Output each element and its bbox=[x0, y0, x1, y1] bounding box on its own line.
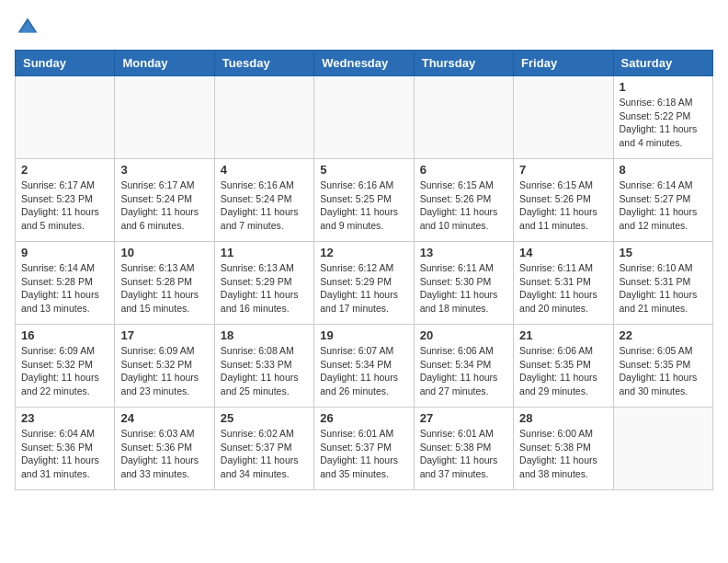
day-cell bbox=[613, 408, 712, 490]
day-number: 9 bbox=[21, 246, 108, 259]
day-info: Sunrise: 6:09 AM Sunset: 5:32 PM Dayligh… bbox=[120, 344, 208, 398]
day-info: Sunrise: 6:06 AM Sunset: 5:34 PM Dayligh… bbox=[420, 344, 507, 398]
day-number: 14 bbox=[519, 246, 607, 259]
day-info: Sunrise: 6:11 AM Sunset: 5:30 PM Dayligh… bbox=[420, 261, 507, 316]
day-info: Sunrise: 6:09 AM Sunset: 5:32 PM Dayligh… bbox=[21, 344, 108, 398]
day-info: Sunrise: 6:13 AM Sunset: 5:28 PM Dayligh… bbox=[120, 261, 208, 316]
day-info: Sunrise: 6:03 AM Sunset: 5:36 PM Dayligh… bbox=[120, 427, 208, 481]
day-header-monday: Monday bbox=[115, 51, 214, 76]
day-number: 18 bbox=[221, 328, 308, 342]
day-info: Sunrise: 6:04 AM Sunset: 5:36 PM Dayligh… bbox=[21, 427, 108, 481]
day-info: Sunrise: 6:02 AM Sunset: 5:37 PM Dayligh… bbox=[221, 427, 308, 481]
day-number: 15 bbox=[620, 246, 707, 259]
day-info: Sunrise: 6:10 AM Sunset: 5:31 PM Dayligh… bbox=[620, 261, 707, 316]
day-cell: 27Sunrise: 6:01 AM Sunset: 5:38 PM Dayli… bbox=[414, 408, 513, 490]
day-info: Sunrise: 6:16 AM Sunset: 5:24 PM Dayligh… bbox=[221, 178, 308, 233]
day-cell bbox=[414, 76, 513, 159]
page-header bbox=[15, 15, 713, 40]
day-info: Sunrise: 6:17 AM Sunset: 5:24 PM Dayligh… bbox=[120, 178, 208, 233]
day-cell: 24Sunrise: 6:03 AM Sunset: 5:36 PM Dayli… bbox=[115, 408, 214, 490]
day-cell: 18Sunrise: 6:08 AM Sunset: 5:33 PM Dayli… bbox=[214, 325, 313, 408]
day-cell: 12Sunrise: 6:12 AM Sunset: 5:29 PM Dayli… bbox=[314, 242, 414, 325]
days-header-row: SundayMondayTuesdayWednesdayThursdayFrid… bbox=[16, 51, 713, 76]
day-info: Sunrise: 6:12 AM Sunset: 5:29 PM Dayligh… bbox=[320, 261, 407, 316]
day-cell: 2Sunrise: 6:17 AM Sunset: 5:23 PM Daylig… bbox=[16, 159, 115, 242]
logo-icon bbox=[15, 15, 40, 40]
day-info: Sunrise: 6:18 AM Sunset: 5:22 PM Dayligh… bbox=[620, 96, 707, 150]
day-info: Sunrise: 6:00 AM Sunset: 5:38 PM Dayligh… bbox=[519, 427, 607, 481]
day-info: Sunrise: 6:15 AM Sunset: 5:26 PM Dayligh… bbox=[519, 178, 607, 233]
day-cell: 23Sunrise: 6:04 AM Sunset: 5:36 PM Dayli… bbox=[16, 408, 115, 490]
day-header-saturday: Saturday bbox=[613, 51, 712, 76]
day-number: 2 bbox=[21, 163, 108, 177]
day-number: 13 bbox=[420, 246, 507, 259]
day-info: Sunrise: 6:14 AM Sunset: 5:27 PM Dayligh… bbox=[620, 178, 707, 233]
week-row-1: 1Sunrise: 6:18 AM Sunset: 5:22 PM Daylig… bbox=[16, 76, 713, 159]
day-number: 22 bbox=[620, 328, 707, 342]
day-number: 10 bbox=[120, 246, 208, 259]
day-cell bbox=[16, 76, 115, 159]
day-number: 4 bbox=[221, 163, 308, 177]
day-info: Sunrise: 6:11 AM Sunset: 5:31 PM Dayligh… bbox=[519, 261, 607, 316]
day-info: Sunrise: 6:17 AM Sunset: 5:23 PM Dayligh… bbox=[21, 178, 108, 233]
day-number: 23 bbox=[21, 411, 108, 425]
day-cell: 10Sunrise: 6:13 AM Sunset: 5:28 PM Dayli… bbox=[115, 242, 214, 325]
day-number: 26 bbox=[320, 411, 407, 425]
day-number: 16 bbox=[21, 328, 108, 342]
day-header-thursday: Thursday bbox=[414, 51, 513, 76]
week-row-5: 23Sunrise: 6:04 AM Sunset: 5:36 PM Dayli… bbox=[16, 408, 713, 490]
day-cell bbox=[514, 76, 613, 159]
day-number: 25 bbox=[221, 411, 308, 425]
day-number: 1 bbox=[620, 80, 707, 94]
day-info: Sunrise: 6:13 AM Sunset: 5:29 PM Dayligh… bbox=[221, 261, 308, 316]
day-number: 8 bbox=[620, 163, 707, 177]
week-row-4: 16Sunrise: 6:09 AM Sunset: 5:32 PM Dayli… bbox=[16, 325, 713, 408]
day-header-wednesday: Wednesday bbox=[314, 51, 414, 76]
day-number: 12 bbox=[320, 246, 407, 259]
day-number: 27 bbox=[420, 411, 507, 425]
day-number: 21 bbox=[519, 328, 607, 342]
logo bbox=[15, 15, 44, 40]
day-cell: 11Sunrise: 6:13 AM Sunset: 5:29 PM Dayli… bbox=[214, 242, 313, 325]
day-info: Sunrise: 6:14 AM Sunset: 5:28 PM Dayligh… bbox=[21, 261, 108, 316]
day-cell: 26Sunrise: 6:01 AM Sunset: 5:37 PM Dayli… bbox=[314, 408, 414, 490]
day-cell: 4Sunrise: 6:16 AM Sunset: 5:24 PM Daylig… bbox=[214, 159, 313, 242]
day-cell bbox=[115, 76, 214, 159]
day-number: 3 bbox=[120, 163, 208, 177]
day-cell: 9Sunrise: 6:14 AM Sunset: 5:28 PM Daylig… bbox=[16, 242, 115, 325]
day-number: 6 bbox=[420, 163, 507, 177]
day-cell: 14Sunrise: 6:11 AM Sunset: 5:31 PM Dayli… bbox=[514, 242, 613, 325]
day-info: Sunrise: 6:05 AM Sunset: 5:35 PM Dayligh… bbox=[620, 344, 707, 398]
day-number: 19 bbox=[320, 328, 407, 342]
day-number: 5 bbox=[320, 163, 407, 177]
day-header-friday: Friday bbox=[514, 51, 613, 76]
day-cell: 7Sunrise: 6:15 AM Sunset: 5:26 PM Daylig… bbox=[514, 159, 613, 242]
day-cell: 13Sunrise: 6:11 AM Sunset: 5:30 PM Dayli… bbox=[414, 242, 513, 325]
day-cell: 1Sunrise: 6:18 AM Sunset: 5:22 PM Daylig… bbox=[613, 76, 712, 159]
day-info: Sunrise: 6:16 AM Sunset: 5:25 PM Dayligh… bbox=[320, 178, 407, 233]
day-cell: 8Sunrise: 6:14 AM Sunset: 5:27 PM Daylig… bbox=[613, 159, 712, 242]
day-info: Sunrise: 6:08 AM Sunset: 5:33 PM Dayligh… bbox=[221, 344, 308, 398]
day-number: 24 bbox=[120, 411, 208, 425]
day-cell: 22Sunrise: 6:05 AM Sunset: 5:35 PM Dayli… bbox=[613, 325, 712, 408]
day-number: 11 bbox=[221, 246, 308, 259]
day-cell: 17Sunrise: 6:09 AM Sunset: 5:32 PM Dayli… bbox=[115, 325, 214, 408]
day-cell: 28Sunrise: 6:00 AM Sunset: 5:38 PM Dayli… bbox=[514, 408, 613, 490]
calendar-table: SundayMondayTuesdayWednesdayThursdayFrid… bbox=[15, 50, 713, 490]
day-info: Sunrise: 6:06 AM Sunset: 5:35 PM Dayligh… bbox=[519, 344, 607, 398]
day-cell: 20Sunrise: 6:06 AM Sunset: 5:34 PM Dayli… bbox=[414, 325, 513, 408]
day-info: Sunrise: 6:07 AM Sunset: 5:34 PM Dayligh… bbox=[320, 344, 407, 398]
day-cell: 3Sunrise: 6:17 AM Sunset: 5:24 PM Daylig… bbox=[115, 159, 214, 242]
day-number: 20 bbox=[420, 328, 507, 342]
day-cell: 21Sunrise: 6:06 AM Sunset: 5:35 PM Dayli… bbox=[514, 325, 613, 408]
day-info: Sunrise: 6:15 AM Sunset: 5:26 PM Dayligh… bbox=[420, 178, 507, 233]
day-cell bbox=[214, 76, 313, 159]
day-number: 17 bbox=[120, 328, 208, 342]
day-cell: 6Sunrise: 6:15 AM Sunset: 5:26 PM Daylig… bbox=[414, 159, 513, 242]
day-cell: 15Sunrise: 6:10 AM Sunset: 5:31 PM Dayli… bbox=[613, 242, 712, 325]
day-cell: 19Sunrise: 6:07 AM Sunset: 5:34 PM Dayli… bbox=[314, 325, 414, 408]
day-info: Sunrise: 6:01 AM Sunset: 5:38 PM Dayligh… bbox=[420, 427, 507, 481]
day-cell: 25Sunrise: 6:02 AM Sunset: 5:37 PM Dayli… bbox=[214, 408, 313, 490]
week-row-3: 9Sunrise: 6:14 AM Sunset: 5:28 PM Daylig… bbox=[16, 242, 713, 325]
week-row-2: 2Sunrise: 6:17 AM Sunset: 5:23 PM Daylig… bbox=[16, 159, 713, 242]
